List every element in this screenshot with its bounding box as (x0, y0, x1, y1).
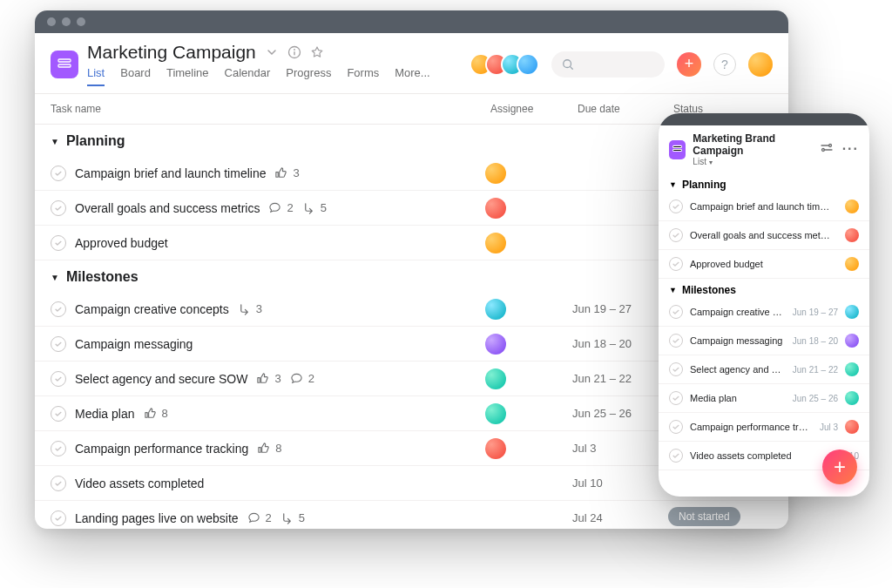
mobile-preview: Marketing Brand Campaign List ▾ ··· ▼ Pl… (659, 113, 869, 497)
assignee-avatar[interactable] (485, 334, 506, 355)
subtask-icon[interactable] (302, 201, 315, 214)
assignee-avatar[interactable] (485, 163, 506, 184)
mobile-task-name: Campaign creative concepts (690, 307, 786, 317)
add-button[interactable]: + (677, 52, 701, 77)
due-date[interactable]: Jun 18 – 20 (572, 337, 668, 350)
subtask-icon[interactable] (238, 302, 251, 315)
tab-timeline[interactable]: Timeline (166, 66, 209, 86)
assignee-avatar[interactable] (485, 198, 506, 219)
due-date[interactable]: Jun 21 – 22 (572, 372, 668, 385)
mobile-task-row[interactable]: Overall goals and success metrics (659, 221, 869, 250)
mobile-task-row[interactable]: Approved budget (659, 250, 869, 279)
caret-down-icon: ▼ (669, 180, 677, 189)
mobile-task-row[interactable]: Campaign performance trackingJul 3 (659, 413, 869, 442)
due-date[interactable]: Jul 3 (572, 442, 668, 455)
traffic-light-close[interactable] (47, 17, 56, 26)
due-date[interactable]: Jun 19 – 27 (572, 302, 668, 315)
assignee-avatar[interactable] (485, 403, 506, 424)
chevron-down-icon[interactable] (265, 45, 279, 59)
svg-rect-7 (673, 150, 682, 152)
complete-toggle[interactable] (51, 166, 66, 181)
col-due[interactable]: Due date (572, 103, 668, 115)
mobile-complete-toggle[interactable] (669, 391, 683, 405)
tab-calendar[interactable]: Calendar (225, 66, 271, 86)
due-date[interactable]: Jul 24 (572, 511, 668, 524)
svg-rect-1 (58, 64, 71, 67)
tab-progress[interactable]: Progress (286, 66, 331, 86)
mobile-add-button[interactable]: + (822, 449, 857, 484)
collaborator-avatar[interactable] (517, 53, 539, 76)
like-icon[interactable] (256, 372, 269, 385)
mobile-section-header[interactable]: ▼ Planning (659, 173, 869, 193)
assignee-avatar[interactable] (485, 299, 506, 320)
svg-rect-4 (294, 51, 294, 56)
mobile-task-list: ▼ PlanningCampaign brief and launch time… (659, 173, 869, 470)
mobile-complete-toggle[interactable] (669, 305, 683, 319)
assignee-avatar[interactable] (485, 368, 506, 389)
complete-toggle[interactable] (51, 371, 66, 387)
tab-list[interactable]: List (87, 66, 105, 86)
mobile-task-name: Video assets completed (690, 450, 828, 461)
status-pill[interactable]: Not started (668, 507, 740, 526)
mobile-task-row[interactable]: Campaign brief and launch timeline (659, 193, 869, 221)
tab-more-[interactable]: More... (395, 66, 429, 86)
complete-toggle[interactable] (51, 406, 66, 422)
traffic-light-min[interactable] (62, 17, 71, 26)
like-icon[interactable] (274, 166, 287, 179)
mobile-project-title[interactable]: Marketing Brand Campaign (693, 132, 812, 157)
mobile-assignee-avatar (845, 334, 859, 348)
comment-icon[interactable] (290, 372, 303, 385)
mobile-complete-toggle[interactable] (669, 420, 683, 434)
project-title[interactable]: Marketing Campaign (87, 42, 256, 63)
collaborator-avatars[interactable] (470, 53, 539, 76)
help-button[interactable]: ? (713, 53, 736, 76)
due-date[interactable]: Jul 10 (572, 476, 668, 490)
mobile-section-header[interactable]: ▼ Milestones (659, 279, 869, 298)
assignee-avatar[interactable] (485, 233, 506, 253)
section-name: Milestones (66, 269, 139, 285)
mobile-complete-toggle[interactable] (669, 199, 683, 213)
assignee-avatar[interactable] (485, 438, 506, 459)
traffic-light-max[interactable] (77, 17, 85, 26)
mobile-complete-toggle[interactable] (669, 449, 683, 463)
complete-toggle[interactable] (51, 476, 66, 491)
complete-toggle[interactable] (51, 336, 66, 352)
task-name: Landing pages live on website (75, 511, 239, 525)
tab-forms[interactable]: Forms (347, 66, 379, 86)
task-name: Overall goals and success metrics (75, 201, 260, 215)
star-icon[interactable] (310, 45, 324, 59)
col-assignee[interactable]: Assignee (485, 103, 572, 115)
caret-down-icon: ▼ (669, 286, 677, 294)
comment-icon[interactable] (247, 511, 260, 524)
more-icon[interactable]: ··· (842, 141, 859, 159)
mobile-task-row[interactable]: Media planJun 25 – 26 (659, 384, 869, 413)
mobile-task-row[interactable]: Select agency and secure SOWJun 21 – 22 (659, 355, 869, 384)
svg-rect-0 (58, 59, 71, 62)
comment-icon[interactable] (268, 201, 281, 214)
mobile-view-label[interactable]: List ▾ (693, 157, 812, 166)
filter-icon[interactable] (820, 141, 834, 159)
current-user-avatar[interactable] (748, 52, 773, 77)
mobile-complete-toggle[interactable] (669, 334, 683, 348)
mobile-complete-toggle[interactable] (669, 362, 683, 376)
tab-board[interactable]: Board (120, 66, 151, 86)
task-name: Campaign brief and launch timeline (75, 166, 266, 180)
complete-toggle[interactable] (51, 510, 66, 526)
mobile-task-row[interactable]: Campaign messagingJun 18 – 20 (659, 327, 869, 355)
complete-toggle[interactable] (51, 200, 66, 216)
subtask-icon[interactable] (280, 511, 294, 524)
complete-toggle[interactable] (51, 301, 66, 317)
like-icon[interactable] (257, 442, 270, 455)
mobile-task-row[interactable]: Campaign creative conceptsJun 19 – 27 (659, 298, 869, 327)
complete-toggle[interactable] (51, 235, 66, 251)
col-task[interactable]: Task name (51, 103, 485, 115)
info-icon[interactable] (287, 45, 301, 59)
mobile-complete-toggle[interactable] (669, 257, 683, 271)
due-date[interactable]: Jun 25 – 26 (572, 407, 668, 420)
task-row[interactable]: Landing pages live on website25Jul 24Not… (35, 501, 788, 529)
mobile-assignee-avatar (845, 391, 859, 405)
complete-toggle[interactable] (51, 441, 66, 456)
like-icon[interactable] (144, 407, 157, 420)
mobile-complete-toggle[interactable] (669, 228, 683, 242)
search-input[interactable] (551, 51, 665, 78)
